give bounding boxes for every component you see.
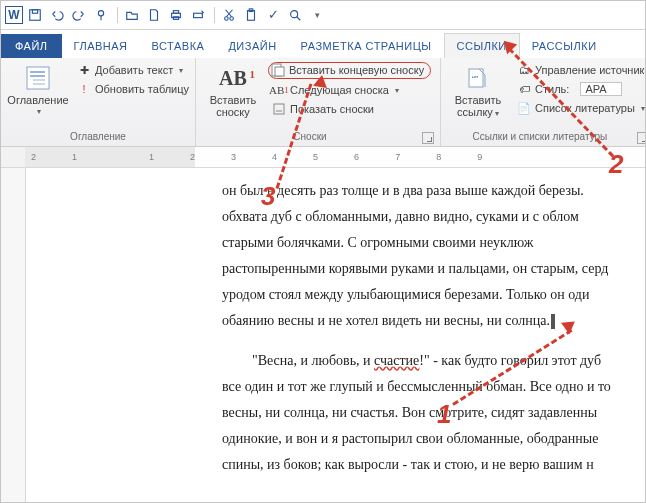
save-icon[interactable] [25, 5, 45, 25]
toc-button[interactable]: Оглавление▾ [7, 62, 69, 120]
open-icon[interactable] [122, 5, 142, 25]
insert-citation-button[interactable]: “” Вставить ссылку▾ [447, 62, 509, 122]
paragraph-1: он был в десять раз толще и в два раза в… [222, 178, 641, 334]
document-page[interactable]: он был в десять раз толще и в два раза в… [26, 168, 645, 503]
undo-icon[interactable] [47, 5, 67, 25]
document-area: он был в десять раз толще и в два раза в… [1, 168, 645, 503]
quick-access-toolbar: W ✓ ▾ [1, 1, 645, 30]
print-icon[interactable] [166, 5, 186, 25]
tab-file[interactable]: ФАЙЛ [1, 34, 62, 58]
tab-insert[interactable]: ВСТАВКА [140, 34, 217, 58]
group-title-citations: Ссылки и списки литературы [447, 129, 633, 144]
next-footnote-button[interactable]: AB1 Следующая сноска▾ [268, 82, 431, 98]
next-footnote-icon: AB1 [272, 83, 286, 97]
endnote-icon [271, 63, 285, 77]
qat-more-icon[interactable]: ▾ [307, 5, 327, 25]
tab-home[interactable]: ГЛАВНАЯ [62, 34, 140, 58]
group-title-footnotes: Сноски [202, 129, 418, 144]
find-icon[interactable] [285, 5, 305, 25]
paragraph-2: "Весна, и любовь, и счастие!" - как будт… [222, 348, 641, 478]
touch-mode-icon[interactable] [91, 5, 111, 25]
quick-print-icon[interactable] [188, 5, 208, 25]
horizontal-ruler[interactable]: 21123456789 [1, 147, 645, 168]
callout-1: 1 [437, 399, 451, 430]
bibliography-icon: 📄 [517, 101, 531, 115]
callout-3: 3 [261, 181, 275, 212]
svg-rect-1 [32, 10, 37, 14]
cut-icon[interactable] [219, 5, 239, 25]
svg-rect-19 [274, 104, 284, 114]
add-text-button[interactable]: ✚ Добавить текст▾ [73, 62, 193, 78]
word-app-icon: W [5, 6, 23, 24]
group-title-toc: Оглавление [7, 129, 189, 144]
text-cursor [551, 314, 555, 329]
svg-rect-6 [194, 13, 203, 17]
svg-rect-9 [248, 11, 255, 21]
insert-endnote-button[interactable]: Вставить концевую сноску [268, 62, 431, 79]
show-notes-button[interactable]: Показать сноски [268, 101, 431, 117]
redo-icon[interactable] [69, 5, 89, 25]
arrow-3-head [313, 74, 329, 88]
svg-point-11 [291, 11, 298, 18]
ribbon-tabs: ФАЙЛ ГЛАВНАЯ ВСТАВКА ДИЗАЙН РАЗМЕТКА СТР… [1, 30, 645, 58]
footnotes-dialog-launcher[interactable] [422, 132, 434, 144]
svg-rect-18 [275, 67, 284, 76]
footnote-icon: AB1 [219, 64, 247, 92]
spelling-icon[interactable]: ✓ [263, 5, 283, 25]
svg-rect-0 [30, 10, 41, 21]
group-toc: Оглавление▾ ✚ Добавить текст▾ ! Обновить… [1, 58, 196, 146]
ribbon: Оглавление▾ ✚ Добавить текст▾ ! Обновить… [1, 58, 645, 147]
paste-icon[interactable] [241, 5, 261, 25]
new-doc-icon[interactable] [144, 5, 164, 25]
citation-icon: “” [464, 64, 492, 92]
chevron-down-icon: ▾ [37, 106, 41, 118]
svg-point-8 [230, 17, 234, 21]
citations-dialog-launcher[interactable] [637, 132, 646, 144]
bibliography-button[interactable]: 📄 Список литературы▾ [513, 100, 646, 116]
update-toc-button[interactable]: ! Обновить таблицу [73, 81, 193, 97]
spelling-error: счастие [374, 353, 419, 368]
tab-design[interactable]: ДИЗАЙН [216, 34, 288, 58]
group-citations: “” Вставить ссылку▾ 🗂 Управление источни… [441, 58, 646, 146]
vertical-ruler[interactable] [1, 168, 26, 503]
citation-style-dropdown[interactable]: 🏷 Стиль: APA [513, 81, 646, 97]
add-text-icon: ✚ [77, 63, 91, 77]
svg-rect-4 [173, 11, 178, 14]
svg-point-2 [98, 11, 103, 16]
group-footnotes: AB1 Вставить сноску Вставить концевую сн… [196, 58, 441, 146]
update-icon: ! [77, 82, 91, 96]
toc-icon [24, 64, 52, 92]
tab-page-layout[interactable]: РАЗМЕТКА СТРАНИЦЫ [289, 34, 444, 58]
insert-footnote-button[interactable]: AB1 Вставить сноску [202, 62, 264, 120]
show-notes-icon [272, 102, 286, 116]
tab-mailings[interactable]: РАССЫЛКИ [520, 34, 609, 58]
svg-text:“”: “” [472, 74, 478, 84]
style-icon: 🏷 [517, 82, 531, 96]
svg-rect-12 [27, 67, 49, 89]
svg-point-7 [225, 17, 229, 21]
